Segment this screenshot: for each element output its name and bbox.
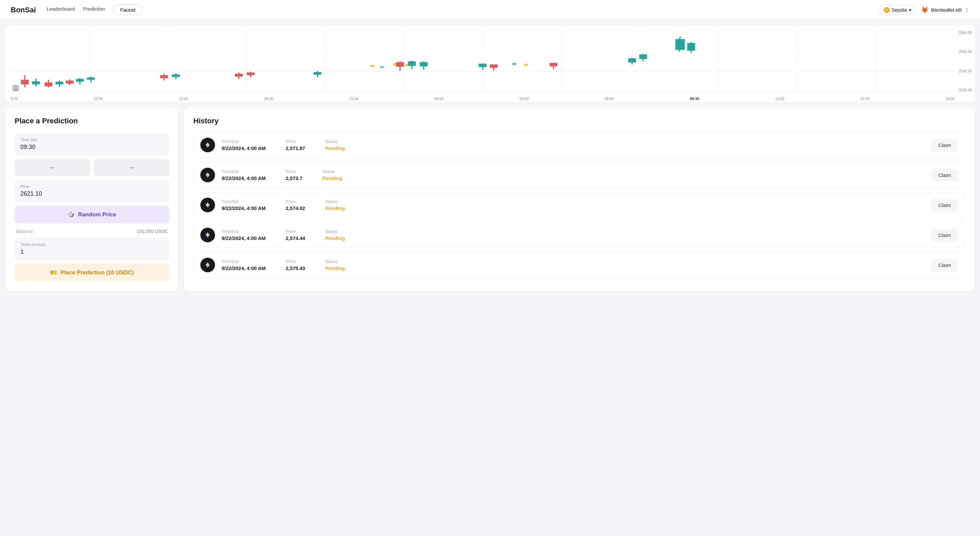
place-prediction-icon: 🎫 [50, 269, 57, 276]
price-label: Price [20, 184, 164, 189]
status-col-label: Status [325, 139, 345, 144]
next-arrow-button[interactable]: → [94, 159, 169, 176]
price-col-label: Price [286, 169, 302, 174]
network-icon: S [884, 7, 890, 13]
history-item: TimeSlot 9/22/2024, 4:00 AM Price 2,574.… [193, 222, 965, 248]
svg-rect-16 [21, 80, 29, 84]
status-col-value: Pending [322, 175, 342, 181]
price-col: Price 2,573.7 [286, 169, 302, 181]
place-prediction-label: Place Prediction (10 USDC) [60, 269, 134, 276]
svg-rect-40 [172, 74, 180, 77]
eth-logo [205, 202, 211, 208]
claim-button[interactable]: Claim [931, 259, 958, 271]
header-right: S Sepolia ▾ 🦊 tktestwallet.eth ⋮ [879, 5, 969, 15]
status-col: Status Pending [322, 169, 342, 181]
time-slot-label: Time Slot [20, 138, 164, 142]
svg-rect-46 [247, 72, 255, 75]
place-prediction-button[interactable]: 🎫 Place Prediction (10 USDC) [15, 264, 169, 282]
wallet-menu-icon: ⋮ [965, 7, 969, 13]
status-col: Status Pending [325, 259, 345, 271]
price-col-value: 2,575.43 [286, 265, 305, 271]
price-value: 2621.10 [20, 190, 164, 197]
status-col: Status Pending [325, 199, 345, 211]
timeslot-col: TimeSlot 9/22/2024, 4:00 AM [222, 229, 266, 241]
claim-button[interactable]: Claim [931, 169, 958, 181]
x-label-10: 15:00 [860, 97, 870, 101]
random-price-button[interactable]: 🎲 Random Price [15, 206, 169, 223]
item-main: TimeSlot 9/22/2024, 4:00 AM Price 2,571.… [222, 139, 924, 151]
item-main: TimeSlot 9/22/2024, 4:00 AM Price 2,575.… [222, 259, 924, 271]
svg-point-75 [380, 66, 384, 68]
random-price-label: Random Price [78, 212, 116, 218]
timeslot-col-value: 9/22/2024, 4:00 AM [222, 175, 266, 181]
svg-rect-68 [640, 54, 648, 59]
faucet-button[interactable]: Faucet [113, 5, 143, 15]
status-col-value: Pending [325, 235, 345, 241]
timeslot-col-label: TimeSlot [222, 229, 266, 234]
timeslot-col: TimeSlot 9/22/2024, 4:00 AM [222, 259, 266, 271]
svg-rect-43 [235, 74, 243, 77]
balance-value: 100,350 USDC [137, 229, 168, 234]
timeslot-col: TimeSlot 9/22/2024, 4:00 AM [222, 139, 266, 151]
x-label-11: 18:00 [945, 97, 955, 101]
claim-button[interactable]: Claim [931, 199, 958, 212]
x-label-9: 12:00 [775, 97, 784, 101]
timeslot-col: TimeSlot 9/22/2024, 4:00 AM [222, 199, 266, 211]
chart-inner: 2580.00 2560.00 2540.00 2520.00 9:30 12:… [5, 25, 975, 102]
eth-logo [205, 142, 211, 148]
svg-rect-49 [313, 72, 322, 75]
status-col-label: Status [322, 169, 342, 174]
price-col: Price 2,571.87 [286, 139, 305, 151]
eth-logo [205, 262, 211, 268]
network-label: Sepolia [892, 7, 907, 13]
svg-marker-94 [208, 233, 210, 236]
svg-rect-22 [45, 82, 52, 86]
balance-row: Balance: 100,350 USDC [15, 229, 169, 234]
item-cols: TimeSlot 9/22/2024, 4:00 AM Price 2,575.… [222, 259, 924, 271]
status-col-label: Status [325, 259, 345, 264]
timeslot-col: TimeSlot 9/22/2024, 4:00 AM [222, 169, 266, 181]
eth-icon [200, 227, 215, 242]
nav-prediction[interactable]: Prediction [83, 5, 105, 15]
prev-arrow-button[interactable]: ← [15, 159, 90, 176]
claim-button[interactable]: Claim [931, 139, 958, 151]
history-item: TimeSlot 9/22/2024, 4:00 AM Price 2,571.… [193, 132, 965, 158]
svg-marker-84 [208, 173, 210, 176]
price-col: Price 2,574.02 [286, 199, 305, 211]
svg-marker-101 [206, 262, 208, 266]
svg-rect-73 [687, 43, 695, 51]
item-main: TimeSlot 9/22/2024, 4:00 AM Price 2,574.… [222, 229, 924, 241]
logo: BonSai [11, 6, 36, 14]
timeslot-col-label: TimeSlot [222, 259, 266, 264]
prediction-panel: Place a Prediction Time Slot 09:30 ← → P… [5, 107, 179, 291]
svg-rect-34 [87, 77, 95, 80]
network-badge[interactable]: S Sepolia ▾ [879, 5, 916, 15]
svg-rect-31 [76, 79, 84, 82]
price-col-value: 2,574.44 [286, 235, 305, 241]
arrow-row: ← → [15, 159, 169, 176]
y-label-3: 2540.00 [959, 69, 972, 73]
item-main: TimeSlot 9/22/2024, 4:00 AM Price 2,573.… [222, 169, 924, 181]
time-slot-value: 09:30 [20, 144, 164, 151]
svg-marker-79 [208, 143, 210, 146]
y-label-2: 2560.00 [959, 50, 972, 54]
wallet-label: tktestwallet.eth [931, 7, 962, 13]
svg-rect-58 [420, 62, 428, 66]
status-col: Status Pending [325, 229, 345, 241]
history-item: TimeSlot 9/22/2024, 4:00 AM Price 2,575.… [193, 252, 965, 278]
item-main: TimeSlot 9/22/2024, 4:00 AM Price 2,574.… [222, 199, 924, 211]
wallet-info[interactable]: 🦊 tktestwallet.eth ⋮ [921, 6, 969, 14]
x-label-7: 06:00 [605, 97, 614, 101]
status-col: Status Pending [325, 139, 345, 151]
svg-rect-25 [56, 82, 64, 84]
ticket-amount-value: 1 [20, 248, 164, 255]
svg-rect-19 [32, 81, 40, 84]
status-col-label: Status [325, 199, 345, 204]
item-cols: TimeSlot 9/22/2024, 4:00 AM Price 2,574.… [222, 229, 924, 241]
x-label-3: 18:00 [264, 97, 273, 101]
history-item: TimeSlot 9/22/2024, 4:00 AM Price 2,573.… [193, 162, 965, 188]
price-field: Price 2621.10 [15, 180, 169, 202]
claim-button[interactable]: Claim [931, 229, 958, 241]
chevron-down-icon: ▾ [909, 7, 912, 13]
nav-leaderboard[interactable]: Leaderboard [47, 5, 75, 15]
